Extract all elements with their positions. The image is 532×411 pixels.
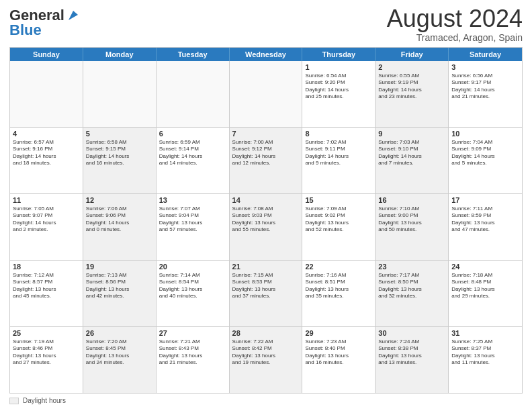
day-number: 12 [86, 196, 153, 204]
day-number: 17 [451, 196, 519, 204]
cell-info: Sunrise: 6:59 AM Sunset: 9:14 PM Dayligh… [159, 139, 226, 167]
day-number: 19 [86, 263, 153, 271]
day-number: 15 [305, 196, 372, 204]
table-row: 30Sunrise: 7:24 AM Sunset: 8:38 PM Dayli… [375, 327, 449, 393]
table-row [10, 61, 83, 127]
table-row: 14Sunrise: 7:08 AM Sunset: 9:03 PM Dayli… [230, 194, 303, 260]
cell-info: Sunrise: 7:00 AM Sunset: 9:12 PM Dayligh… [232, 139, 300, 167]
table-row: 22Sunrise: 7:16 AM Sunset: 8:51 PM Dayli… [302, 261, 375, 326]
day-number: 9 [378, 130, 445, 138]
table-row: 16Sunrise: 7:10 AM Sunset: 9:00 PM Dayli… [375, 194, 449, 260]
table-row: 7Sunrise: 7:00 AM Sunset: 9:12 PM Daylig… [230, 128, 303, 193]
table-row: 18Sunrise: 7:12 AM Sunset: 8:57 PM Dayli… [10, 261, 83, 326]
title-area: August 2024 Tramaced, Aragon, Spain [387, 7, 523, 43]
calendar-body: 1Sunrise: 6:54 AM Sunset: 9:20 PM Daylig… [10, 61, 522, 393]
table-row: 21Sunrise: 7:15 AM Sunset: 8:53 PM Dayli… [230, 261, 303, 326]
day-number: 10 [451, 130, 519, 138]
table-row: 28Sunrise: 7:22 AM Sunset: 8:42 PM Dayli… [230, 327, 303, 393]
cell-info: Sunrise: 7:02 AM Sunset: 9:11 PM Dayligh… [305, 139, 372, 167]
cell-info: Sunrise: 7:11 AM Sunset: 8:59 PM Dayligh… [451, 205, 519, 234]
day-number: 8 [305, 130, 372, 138]
day-number: 21 [232, 263, 300, 271]
weekday-header: Sunday [10, 48, 83, 61]
cell-info: Sunrise: 7:18 AM Sunset: 8:48 PM Dayligh… [451, 272, 519, 300]
table-row: 23Sunrise: 7:17 AM Sunset: 8:50 PM Dayli… [375, 261, 449, 326]
table-row: 2Sunrise: 6:55 AM Sunset: 9:19 PM Daylig… [375, 61, 449, 127]
table-row: 25Sunrise: 7:19 AM Sunset: 8:46 PM Dayli… [10, 327, 83, 393]
day-number: 23 [378, 263, 445, 271]
calendar-row: 4Sunrise: 6:57 AM Sunset: 9:16 PM Daylig… [10, 128, 522, 194]
cell-info: Sunrise: 7:08 AM Sunset: 9:03 PM Dayligh… [232, 205, 300, 234]
table-row [157, 61, 230, 127]
cell-info: Sunrise: 7:17 AM Sunset: 8:50 PM Dayligh… [378, 272, 445, 300]
day-number: 25 [13, 329, 80, 337]
day-number: 6 [159, 130, 226, 138]
daylight-label: Daylight hours [23, 397, 66, 404]
table-row: 9Sunrise: 7:03 AM Sunset: 9:10 PM Daylig… [375, 128, 449, 193]
svg-marker-0 [69, 11, 78, 20]
cell-info: Sunrise: 6:58 AM Sunset: 9:15 PM Dayligh… [86, 139, 153, 167]
day-number: 4 [13, 130, 80, 138]
calendar-row: 11Sunrise: 7:05 AM Sunset: 9:07 PM Dayli… [10, 194, 522, 261]
page: General Blue August 2024 Tramaced, Arago… [0, 0, 532, 411]
day-number: 2 [378, 63, 445, 71]
cell-info: Sunrise: 7:03 AM Sunset: 9:10 PM Dayligh… [378, 139, 445, 167]
day-number: 30 [378, 329, 445, 337]
table-row: 11Sunrise: 7:05 AM Sunset: 9:07 PM Dayli… [10, 194, 83, 260]
table-row: 17Sunrise: 7:11 AM Sunset: 8:59 PM Dayli… [449, 194, 522, 260]
calendar-row: 25Sunrise: 7:19 AM Sunset: 8:46 PM Dayli… [10, 327, 522, 393]
logo-icon [66, 8, 81, 23]
day-number: 11 [13, 196, 80, 204]
table-row: 15Sunrise: 7:09 AM Sunset: 9:02 PM Dayli… [302, 194, 375, 260]
header: General Blue August 2024 Tramaced, Arago… [9, 7, 523, 43]
day-number: 20 [159, 263, 226, 271]
table-row: 20Sunrise: 7:14 AM Sunset: 8:54 PM Dayli… [157, 261, 230, 326]
table-row: 24Sunrise: 7:18 AM Sunset: 8:48 PM Dayli… [449, 261, 522, 326]
cell-info: Sunrise: 7:19 AM Sunset: 8:46 PM Dayligh… [13, 338, 80, 367]
logo: General Blue [9, 7, 81, 39]
cell-info: Sunrise: 7:15 AM Sunset: 8:53 PM Dayligh… [232, 272, 300, 300]
cell-info: Sunrise: 7:25 AM Sunset: 8:37 PM Dayligh… [451, 338, 519, 367]
day-number: 13 [159, 196, 226, 204]
day-number: 1 [305, 63, 372, 71]
table-row: 6Sunrise: 6:59 AM Sunset: 9:14 PM Daylig… [157, 128, 230, 193]
weekday-header: Thursday [302, 48, 375, 61]
calendar-row: 18Sunrise: 7:12 AM Sunset: 8:57 PM Dayli… [10, 261, 522, 327]
table-row: 19Sunrise: 7:13 AM Sunset: 8:56 PM Dayli… [83, 261, 157, 326]
cell-info: Sunrise: 7:24 AM Sunset: 8:38 PM Dayligh… [378, 338, 445, 367]
day-number: 27 [159, 329, 226, 337]
table-row: 8Sunrise: 7:02 AM Sunset: 9:11 PM Daylig… [302, 128, 375, 193]
table-row: 31Sunrise: 7:25 AM Sunset: 8:37 PM Dayli… [449, 327, 522, 393]
footer: Daylight hours [9, 397, 523, 404]
day-number: 5 [86, 130, 153, 138]
cell-info: Sunrise: 7:10 AM Sunset: 9:00 PM Dayligh… [378, 205, 445, 234]
location-subtitle: Tramaced, Aragon, Spain [387, 32, 523, 43]
month-year-title: August 2024 [387, 7, 523, 31]
table-row: 10Sunrise: 7:04 AM Sunset: 9:09 PM Dayli… [449, 128, 522, 193]
day-number: 26 [86, 329, 153, 337]
cell-info: Sunrise: 7:14 AM Sunset: 8:54 PM Dayligh… [159, 272, 226, 300]
cell-info: Sunrise: 7:09 AM Sunset: 9:02 PM Dayligh… [305, 205, 372, 234]
table-row: 5Sunrise: 6:58 AM Sunset: 9:15 PM Daylig… [83, 128, 157, 193]
cell-info: Sunrise: 7:22 AM Sunset: 8:42 PM Dayligh… [232, 338, 300, 367]
cell-info: Sunrise: 7:06 AM Sunset: 9:06 PM Dayligh… [86, 205, 153, 234]
weekday-header: Monday [83, 48, 157, 61]
cell-info: Sunrise: 7:23 AM Sunset: 8:40 PM Dayligh… [305, 338, 372, 367]
table-row: 13Sunrise: 7:07 AM Sunset: 9:04 PM Dayli… [157, 194, 230, 260]
day-number: 14 [232, 196, 300, 204]
cell-info: Sunrise: 7:13 AM Sunset: 8:56 PM Dayligh… [86, 272, 153, 300]
calendar: SundayMondayTuesdayWednesdayThursdayFrid… [9, 47, 523, 394]
table-row: 26Sunrise: 7:20 AM Sunset: 8:45 PM Dayli… [83, 327, 157, 393]
cell-info: Sunrise: 7:16 AM Sunset: 8:51 PM Dayligh… [305, 272, 372, 300]
logo-blue: Blue [9, 21, 42, 39]
day-number: 29 [305, 329, 372, 337]
weekday-header: Wednesday [230, 48, 303, 61]
day-number: 28 [232, 329, 300, 337]
cell-info: Sunrise: 6:57 AM Sunset: 9:16 PM Dayligh… [13, 139, 80, 167]
weekday-header: Tuesday [157, 48, 230, 61]
day-number: 24 [451, 263, 519, 271]
day-number: 18 [13, 263, 80, 271]
calendar-header: SundayMondayTuesdayWednesdayThursdayFrid… [10, 48, 522, 61]
table-row: 4Sunrise: 6:57 AM Sunset: 9:16 PM Daylig… [10, 128, 83, 193]
cell-info: Sunrise: 7:12 AM Sunset: 8:57 PM Dayligh… [13, 272, 80, 300]
